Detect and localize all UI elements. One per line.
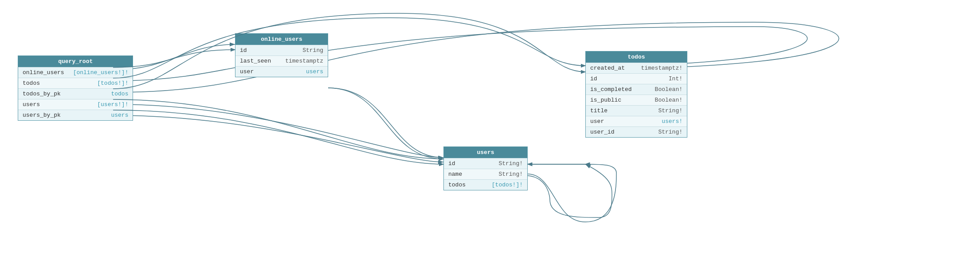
- field-name: users: [23, 101, 40, 108]
- field-name: id: [590, 75, 597, 82]
- field-type: String!: [658, 129, 682, 135]
- table-row: user users: [235, 66, 328, 77]
- field-name: user: [590, 118, 604, 125]
- table-row: todos_by_pk todos: [18, 88, 133, 99]
- arrow-qr-to-todos: [113, 18, 585, 78]
- field-name: todos: [23, 80, 40, 87]
- table-row: id String: [235, 45, 328, 55]
- field-name: title: [590, 107, 608, 114]
- table-row: online_users [online_users!]!: [18, 67, 133, 78]
- table-row: id String!: [444, 158, 527, 169]
- table-online-users: online_users id String last_seen timesta…: [235, 33, 328, 77]
- table-query-root-header: query_root: [18, 56, 133, 67]
- field-name: last_seen: [240, 58, 271, 64]
- field-type: Boolean!: [655, 86, 682, 93]
- conn-ou-user: [328, 88, 443, 158]
- field-type: String!: [498, 171, 523, 178]
- field-type: timestamptz!: [641, 65, 682, 71]
- field-name: user_id: [590, 129, 615, 135]
- field-type: [todos!]!: [492, 182, 523, 188]
- table-row: is_completed Boolean!: [586, 84, 687, 95]
- field-name: name: [448, 171, 462, 178]
- diagram: query_root online_users [online_users!]!…: [0, 0, 980, 253]
- field-name: id: [448, 160, 455, 167]
- field-type: String!: [498, 160, 523, 167]
- field-name: todos: [448, 182, 466, 188]
- table-row: is_public Boolean!: [586, 95, 687, 105]
- field-type: todos: [111, 91, 128, 97]
- table-row: todos [todos!]!: [444, 179, 527, 190]
- field-type: [users!]!: [97, 101, 128, 108]
- table-todos: todos created_at timestamptz! id Int! is…: [585, 51, 687, 138]
- table-online-users-title: online_users: [261, 36, 302, 43]
- arrow-qr-to-users: [113, 99, 443, 159]
- field-type: users: [306, 68, 323, 75]
- connections-svg: [0, 0, 980, 253]
- table-query-root: query_root online_users [online_users!]!…: [18, 55, 133, 121]
- table-row: created_at timestamptz!: [586, 63, 687, 73]
- field-type: Boolean!: [655, 97, 682, 103]
- table-row: user_id String!: [586, 126, 687, 137]
- table-row: title String!: [586, 105, 687, 116]
- field-name: users_by_pk: [23, 112, 61, 119]
- conn-qr-online-users: [115, 44, 235, 70]
- conn-qr-todos: [115, 27, 808, 81]
- table-row: todos [todos!]!: [18, 78, 133, 88]
- field-name: created_at: [590, 65, 625, 71]
- field-type: users!: [662, 118, 682, 125]
- conn-todos-user: [523, 160, 585, 164]
- arrow-qr-to-users-pk: [113, 110, 443, 164]
- table-todos-title: todos: [627, 54, 645, 60]
- arrow-ou-to-users: [328, 88, 443, 159]
- field-type: timestamptz: [285, 58, 323, 64]
- field-type: users: [111, 112, 128, 119]
- table-row: users [users!]!: [18, 99, 133, 110]
- conn-qr-users-pk: [115, 115, 443, 162]
- conn-qr-users: [115, 104, 443, 158]
- table-row: name String!: [444, 169, 527, 179]
- arrows-svg: [0, 0, 980, 253]
- field-type: [todos!]!: [97, 80, 128, 87]
- field-name: is_public: [590, 97, 621, 103]
- table-row: last_seen timestamptz: [235, 55, 328, 66]
- arrow-users-to-todos: [528, 164, 616, 222]
- table-users-header: users: [444, 147, 527, 158]
- table-row: id Int!: [586, 73, 687, 84]
- field-name: online_users: [23, 69, 64, 76]
- field-name: id: [240, 47, 247, 54]
- field-type: [online_users!]!: [73, 69, 129, 76]
- field-type: Int!: [669, 75, 682, 82]
- field-type: String: [302, 47, 323, 54]
- table-users: users id String! name String! todos [tod…: [443, 146, 528, 190]
- table-users-title: users: [477, 149, 494, 156]
- field-type: String!: [658, 107, 682, 114]
- field-name: todos_by_pk: [23, 91, 61, 97]
- arrow-qr-to-todos-pk: [113, 13, 585, 89]
- field-name: is_completed: [590, 86, 632, 93]
- table-row: users_by_pk users: [18, 110, 133, 120]
- conn-users-todos: [523, 164, 612, 217]
- table-query-root-title: query_root: [58, 58, 93, 65]
- table-row: user users!: [586, 116, 687, 126]
- field-name: user: [240, 68, 254, 75]
- table-online-users-header: online_users: [235, 34, 328, 45]
- conn-qr-todos-pk: [115, 22, 839, 92]
- table-todos-header: todos: [586, 51, 687, 63]
